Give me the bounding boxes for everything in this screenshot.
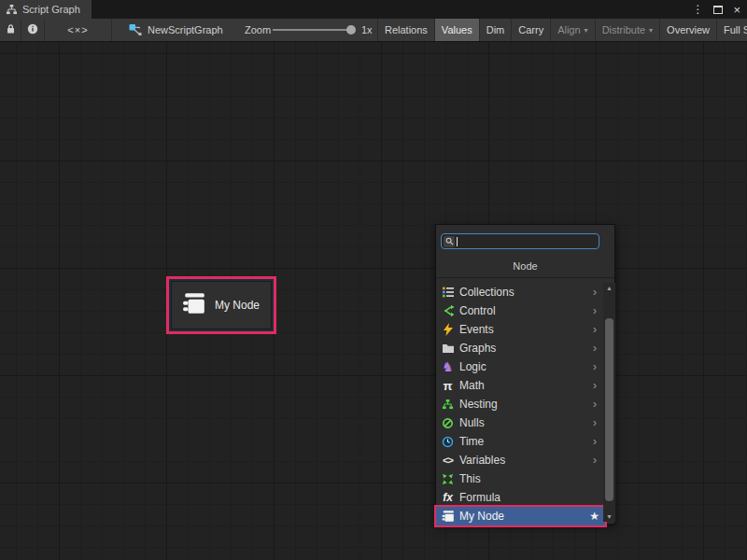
graph-toolbar: <×> NewScriptGraph Zoom 1x Relations Val… bbox=[0, 19, 747, 42]
chevron-right-icon: › bbox=[593, 379, 603, 392]
list-item-collections[interactable]: Collections › bbox=[436, 283, 603, 301]
chevron-right-icon: › bbox=[593, 435, 603, 448]
list-item-nulls[interactable]: Nulls › bbox=[436, 413, 603, 432]
search-icon bbox=[444, 236, 455, 247]
scroll-down-icon[interactable]: ▼ bbox=[603, 513, 615, 520]
unit-icon bbox=[182, 291, 206, 319]
chevron-right-icon: › bbox=[593, 398, 603, 411]
align-dropdown[interactable]: Align ▾ bbox=[550, 19, 594, 41]
this-icon bbox=[440, 471, 456, 486]
finder-header: Node bbox=[436, 260, 614, 272]
list-item-formula[interactable]: fx Formula bbox=[436, 488, 603, 507]
chevron-right-icon: › bbox=[593, 342, 603, 355]
chevron-right-icon: › bbox=[593, 286, 603, 299]
chevron-down-icon: ▾ bbox=[649, 26, 653, 35]
graphs-icon bbox=[440, 341, 456, 356]
divider bbox=[436, 277, 614, 278]
maximize-icon[interactable] bbox=[713, 6, 723, 14]
list-item-nesting[interactable]: Nesting › bbox=[436, 395, 603, 413]
carry-button[interactable]: Carry bbox=[511, 19, 550, 41]
script-graph-window: Script Graph ⋮ × bbox=[0, 0, 747, 560]
search-input[interactable] bbox=[441, 233, 599, 249]
chevron-right-icon: › bbox=[593, 454, 603, 467]
node-title: My Node bbox=[215, 299, 260, 312]
graph-name[interactable]: NewScriptGraph bbox=[129, 19, 223, 41]
node-selection-outline: My Node bbox=[166, 276, 276, 334]
chevron-right-icon: › bbox=[593, 416, 603, 429]
tab-title: Script Graph bbox=[22, 4, 80, 15]
list-item-events[interactable]: Events › bbox=[436, 320, 603, 339]
toolbar-button-group: Relations Values Dim Carry Align ▾ Distr… bbox=[377, 19, 747, 41]
values-button[interactable]: Values bbox=[434, 19, 479, 41]
relations-button[interactable]: Relations bbox=[377, 19, 434, 41]
unit-icon bbox=[440, 509, 456, 524]
tab-script-graph[interactable]: Script Graph bbox=[0, 0, 92, 19]
my-node-unit[interactable]: My Node bbox=[171, 281, 272, 329]
lock-icon bbox=[6, 21, 16, 38]
zoom-slider[interactable] bbox=[273, 29, 355, 31]
finder-option-list: Collections › Control › bbox=[436, 283, 603, 525]
list-item-this[interactable]: This bbox=[436, 469, 603, 488]
chevron-right-icon: › bbox=[593, 360, 603, 373]
events-icon bbox=[440, 322, 456, 337]
list-item-my-node[interactable]: My Node ★ bbox=[436, 507, 605, 525]
overview-button[interactable]: Overview bbox=[659, 19, 716, 41]
text-caret bbox=[457, 237, 458, 246]
list-item-math[interactable]: π Math › bbox=[436, 376, 603, 395]
nulls-icon bbox=[440, 415, 456, 430]
code-preview-toggle[interactable]: <×> bbox=[45, 19, 112, 41]
scroll-up-icon[interactable]: ▲ bbox=[603, 285, 615, 291]
lock-button[interactable] bbox=[0, 19, 21, 41]
list-item-control[interactable]: Control › bbox=[436, 301, 603, 320]
scrollbar-thumb[interactable] bbox=[605, 318, 613, 501]
info-icon bbox=[27, 21, 38, 38]
chevron-right-icon: › bbox=[593, 323, 603, 336]
variables-icon: <> bbox=[440, 453, 456, 468]
list-item-time[interactable]: Time › bbox=[436, 432, 603, 451]
control-icon bbox=[440, 303, 456, 318]
chevron-right-icon: › bbox=[593, 304, 603, 317]
list-item-variables[interactable]: <> Variables › bbox=[436, 451, 603, 469]
tab-bar: Script Graph ⋮ × bbox=[0, 0, 747, 19]
formula-icon: fx bbox=[440, 490, 456, 505]
fuzzy-finder-popup: Node Collections › bbox=[435, 224, 615, 525]
chevron-down-icon: ▾ bbox=[585, 26, 588, 35]
zoom-slider-thumb[interactable] bbox=[346, 25, 356, 35]
dim-button[interactable]: Dim bbox=[479, 19, 512, 41]
window-menu-icon[interactable]: ⋮ bbox=[692, 4, 703, 15]
finder-scrollbar[interactable]: ▲ ▼ bbox=[603, 283, 615, 522]
nesting-icon bbox=[440, 397, 456, 412]
info-button[interactable] bbox=[21, 19, 45, 41]
math-icon: π bbox=[440, 378, 456, 393]
logic-icon: ♞ bbox=[440, 359, 456, 374]
full-screen-button[interactable]: Full Screen bbox=[716, 19, 747, 41]
collections-icon bbox=[440, 285, 456, 300]
zoom-value: 1x bbox=[361, 24, 373, 35]
list-item-graphs[interactable]: Graphs › bbox=[436, 339, 603, 357]
graph-canvas[interactable] bbox=[0, 42, 747, 560]
time-icon bbox=[440, 434, 456, 449]
code-icon: <×> bbox=[67, 24, 88, 35]
list-item-logic[interactable]: ♞ Logic › bbox=[436, 357, 603, 376]
graph-tree-icon bbox=[6, 2, 18, 17]
distribute-dropdown[interactable]: Distribute ▾ bbox=[595, 19, 659, 41]
graph-name-label: NewScriptGraph bbox=[148, 24, 223, 35]
zoom-label: Zoom bbox=[245, 24, 271, 35]
script-graph-asset-icon bbox=[129, 22, 142, 37]
close-icon[interactable]: × bbox=[733, 4, 740, 16]
